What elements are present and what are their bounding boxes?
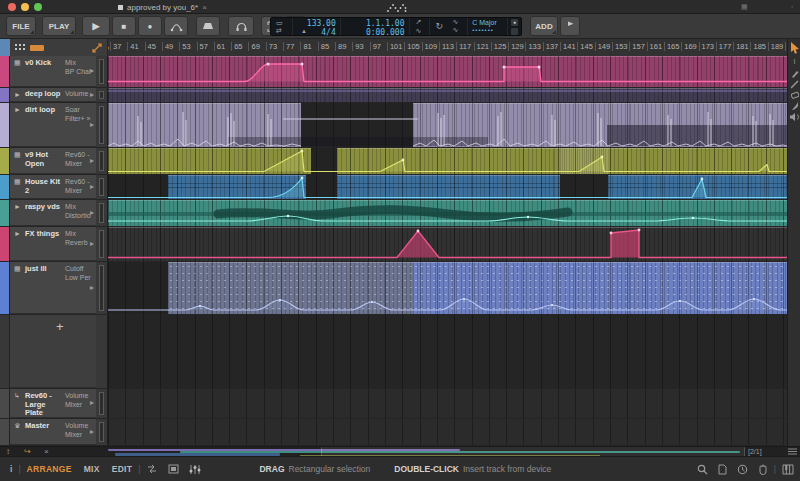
track-grid-icon[interactable] [15,44,25,52]
snap-mode-icon[interactable] [146,464,158,474]
time-select-tool-icon[interactable]: I [790,58,799,66]
swing-top-icon[interactable]: ∿ [452,18,458,26]
arranger-lane[interactable] [108,148,787,174]
mixer-sliders-icon[interactable] [189,464,201,475]
project-tab[interactable]: approved by you_6* × [118,1,207,14]
track-param-primary[interactable]: Rev60 - La… [65,151,91,159]
track-param-secondary[interactable]: BP Chain [65,68,91,76]
add-track-button[interactable]: ADD [530,16,558,36]
track-param-primary[interactable]: Mix [65,230,91,238]
hand-icon[interactable] [758,464,768,475]
search-icon[interactable] [697,464,708,475]
pen-tool-button[interactable] [560,16,580,36]
track-name[interactable]: dirt loop [25,106,65,115]
automation-write-button[interactable] [164,16,188,36]
maximize-window-icon[interactable] [34,3,42,11]
auto-zoom-icon[interactable] [92,43,102,53]
track-header[interactable]: ▦ v9 Hot Open Rev60 - La… Mixer ▸ [10,148,96,174]
transport-mode-icons[interactable]: ▭ ⇄ [271,18,293,35]
play-menu-button[interactable]: PLAY [42,16,76,36]
track-color-strip[interactable] [0,200,10,226]
track-color-strip[interactable] [0,88,10,102]
arranger-lane[interactable] [108,389,787,418]
pointer-tool-icon[interactable] [790,42,800,54]
track-param-primary[interactable]: Volume [65,90,91,98]
tab-mix[interactable]: MIX [84,464,100,474]
track-name[interactable]: Master [25,422,65,431]
arrangement-overview[interactable]: ↕ ↪ × [2/1] [0,446,800,456]
empty-lane[interactable] [108,315,787,388]
expand-arrow-icon[interactable]: ▸ [90,66,94,75]
punch-in-icon[interactable]: ↗ [415,18,421,26]
loop-icon[interactable]: ↻ [435,21,443,31]
track-color-strip[interactable] [0,56,10,87]
close-window-icon[interactable] [8,3,16,11]
track-name[interactable]: raspy vds [25,203,65,212]
automation-follow-icon[interactable]: ∿ [415,27,421,35]
track-name[interactable]: just ill [25,265,65,274]
track-header[interactable]: ► FX things Mix Reverb ▸ [10,227,96,261]
tempo-value[interactable]: 133.00 [307,19,336,28]
overview-menu-icon[interactable] [788,448,797,456]
record-mini-icon[interactable]: ● [511,19,518,26]
track-color-strip[interactable] [0,175,10,199]
track-name[interactable]: v0 Kick [25,59,65,68]
track-param-primary[interactable]: Soar [65,106,91,114]
expand-arrow-icon[interactable]: ▸ [90,156,94,165]
track-header[interactable]: ► raspy vds Mix Distortion ▸ [10,200,96,226]
punch-section[interactable]: ↗ ∿ [410,18,430,35]
expand-arrow-icon[interactable]: ▸ [90,427,94,436]
swing-bottom-icon[interactable]: ∿ [452,26,458,34]
arranger-lane[interactable] [108,56,787,87]
add-track-plus-button[interactable]: + [56,319,64,334]
stop-button[interactable]: ■ [112,16,136,36]
track-color-strip[interactable] [0,419,10,445]
expand-arrow-icon[interactable]: ▸ [90,90,94,99]
minimize-window-icon[interactable] [21,3,29,11]
arranger-lane[interactable] [108,103,787,147]
folder-mini-icon[interactable] [511,28,518,35]
track-color-strip[interactable] [0,262,10,314]
window-layout-icon[interactable]: ▦ [741,3,748,11]
arranger-lane[interactable] [108,175,787,199]
info-icon[interactable]: i [10,464,12,474]
tab-edit[interactable]: EDIT [112,464,133,474]
arranger-lane[interactable] [108,262,787,314]
track-param-secondary[interactable]: Mixer [65,160,91,168]
track-param-primary[interactable]: Mix [65,203,91,211]
track-param-secondary[interactable]: Low Percut… [65,274,91,282]
audition-tool-icon[interactable] [790,113,800,121]
track-param-primary[interactable]: Rev60 - La… [65,178,91,186]
track-param-primary[interactable]: Volume [65,422,91,430]
track-param-secondary[interactable]: Reverb [65,239,91,247]
transport-extra-buttons[interactable]: ● [508,18,521,35]
track-header[interactable]: ♛ Master Volume Mixer ▸ [10,419,96,445]
expand-arrow-icon[interactable]: ▸ [90,398,94,407]
expand-arrow-icon[interactable]: ▸ [90,208,94,217]
track-name[interactable]: deep loop [25,90,65,99]
track-color-strip[interactable] [0,389,10,418]
knife-tool-icon[interactable] [791,102,799,111]
close-tab-icon[interactable]: × [202,3,207,12]
arranger-lane[interactable] [108,200,787,226]
arranger-lane[interactable] [108,419,787,445]
grid-toggle-icon[interactable] [168,464,179,474]
piano-keys-icon[interactable] [782,464,794,475]
track-param-secondary[interactable]: Mixer [65,431,91,439]
track-name[interactable]: House Kit 2 [25,178,65,195]
play-button[interactable]: ▶ [82,16,110,36]
expand-arrow-icon[interactable]: ▸ [90,182,94,191]
track-param-primary[interactable]: Cutoff [65,265,91,273]
track-color-strip[interactable] [0,148,10,174]
eraser-tool-icon[interactable] [791,91,799,99]
track-header[interactable]: ▦ House Kit 2 Rev60 - La… Mixer ▸ [10,175,96,199]
record-button[interactable]: ● [138,16,162,36]
track-param-secondary[interactable]: Filter+ » So… [65,115,91,123]
track-param-secondary[interactable]: Distortion [65,212,91,220]
file-icon[interactable] [718,464,727,475]
dashboard-button[interactable] [196,16,220,36]
key-value[interactable]: C Major [472,19,497,26]
tab-arrange[interactable]: ARRANGE [27,464,72,474]
track-param-primary[interactable]: Mix [65,59,91,67]
tempo-section[interactable]: 133.00 ▲ 4/4 [293,18,341,35]
